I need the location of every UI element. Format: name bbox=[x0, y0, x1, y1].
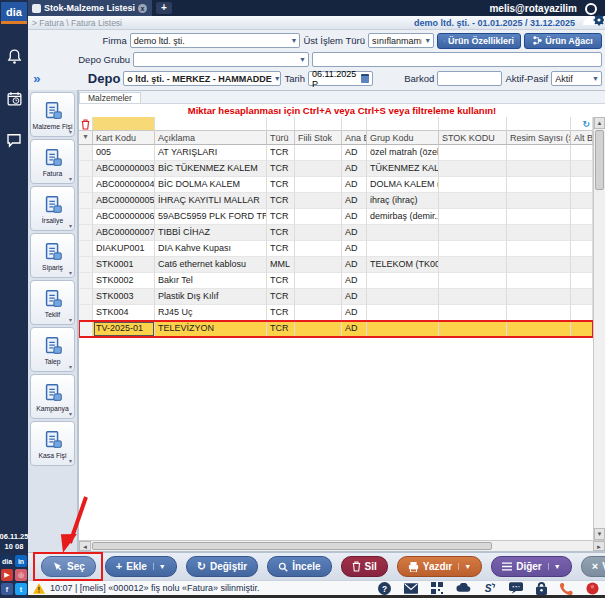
column-header[interactable]: STOK KODU bbox=[439, 131, 507, 145]
column-header[interactable]: Açıklama bbox=[155, 131, 267, 145]
filter-text-field[interactable] bbox=[312, 52, 602, 67]
qr-icon[interactable] bbox=[431, 582, 443, 594]
filter-kart-kodu[interactable] bbox=[93, 117, 155, 131]
table-row[interactable]: STK0001Cat6 ethernet kablosuMMLADTELEKOM… bbox=[79, 257, 593, 273]
table-row[interactable]: ABC00000003BİC TÜKENMEZ KALEMTCRADTÜKENM… bbox=[79, 161, 593, 177]
dia-social-icon[interactable]: dia bbox=[1, 555, 13, 567]
user-avatar-gear-icon[interactable] bbox=[580, 1, 604, 31]
company-period: demo ltd. şti. - 01.01.2025 / 31.12.2025 bbox=[414, 18, 575, 28]
vertical-scroll-thumb[interactable] bbox=[595, 130, 604, 190]
panel-tab-malzemeler[interactable]: Malzemeler bbox=[79, 92, 141, 103]
sidebar-item-siparis[interactable]: Sipariş▾ bbox=[30, 233, 75, 278]
module-toolbar: Malzeme Fişi▾Fatura▾İrsaliye▾Sipariş▾Tek… bbox=[28, 90, 78, 552]
dia-logo[interactable]: dia bbox=[1, 2, 27, 24]
column-header[interactable]: Ana Bi bbox=[342, 131, 367, 145]
yazdir-button[interactable]: Yazdır▼ bbox=[397, 556, 482, 577]
scroll-right-icon[interactable]: ► bbox=[593, 541, 605, 551]
scroll-up-icon[interactable]: ▲ bbox=[594, 117, 605, 129]
sidebar-item-irsaliye[interactable]: İrsaliye▾ bbox=[30, 186, 75, 231]
clear-filter-trash-icon[interactable] bbox=[81, 119, 90, 130]
tarih-input[interactable]: 06.11.2025 P bbox=[308, 71, 373, 86]
sidebar-item-kasa-fisi[interactable]: Kasa Fişi▾ bbox=[30, 421, 75, 466]
table-row[interactable]: ABC0000000659ABC5959 PLK FORD TRANSİTTCR… bbox=[79, 209, 593, 225]
expand-chevron-icon[interactable]: » bbox=[28, 72, 46, 86]
sidebar-item-kampanya[interactable]: Kampanya▾ bbox=[30, 374, 75, 419]
table-row[interactable]: ABC00000004BİC DOLMA KALEMTCRADDOLMA KAL… bbox=[79, 177, 593, 193]
sidebar-item-teklif[interactable]: Teklif▾ bbox=[30, 280, 75, 325]
table-row[interactable]: 005AT YARIŞLARITCRADözel matrah (özel... bbox=[79, 145, 593, 161]
urun-ozellikleri-button[interactable]: Ürün Özellikleri bbox=[437, 33, 521, 49]
column-header[interactable]: Kart Kodu bbox=[93, 131, 155, 145]
refresh-icon[interactable]: ↻ bbox=[571, 117, 593, 131]
depo-select[interactable]: o ltd. şti. - MERKEZ - HAMMADDE▼ bbox=[123, 71, 281, 86]
action-bar: Seç +Ekle▼ ↻Değiştir İncele Sil Yazdır▼ bbox=[28, 552, 605, 580]
horizontal-scroll-thumb[interactable] bbox=[92, 542, 492, 550]
vazgec-button[interactable]: ×Vazgeç bbox=[581, 556, 605, 577]
new-tab-button[interactable]: + bbox=[156, 2, 172, 14]
chevron-down-icon: ▾ bbox=[69, 316, 72, 323]
phone-icon[interactable] bbox=[560, 582, 573, 595]
cloud-icon[interactable] bbox=[456, 583, 471, 593]
chevron-down-icon[interactable]: ▼ bbox=[548, 563, 561, 570]
table-row[interactable]: STK0003Plastik Dış KılıfTCRAD bbox=[79, 289, 593, 305]
column-header[interactable]: Alt Bi bbox=[571, 131, 593, 145]
quantity-warning: Miktar hesaplanması için Ctrl+A veya Ctr… bbox=[188, 105, 497, 116]
instagram-icon[interactable]: ◎ bbox=[15, 569, 27, 581]
linkedin-icon[interactable]: in bbox=[15, 555, 27, 567]
degistir-button[interactable]: ↻Değiştir bbox=[186, 556, 258, 577]
kasa-fisi-icon bbox=[42, 429, 64, 451]
printer-icon bbox=[408, 562, 419, 572]
twitter-icon[interactable]: t bbox=[15, 583, 27, 595]
aktif-pasif-select[interactable]: Aktif▼ bbox=[551, 71, 602, 86]
scroll-left-icon[interactable]: ◄ bbox=[79, 541, 91, 551]
table-row[interactable]: TV-2025-01TELEVİZYONTCRAD bbox=[79, 321, 593, 337]
list-icon bbox=[444, 37, 445, 45]
horizontal-scrollbar[interactable]: ◄ ► bbox=[79, 540, 605, 551]
facebook-icon[interactable]: f bbox=[1, 583, 13, 595]
youtube-icon[interactable]: ▶ bbox=[1, 569, 13, 581]
sec-button[interactable]: Seç bbox=[41, 556, 96, 577]
chevron-down-icon[interactable]: ▼ bbox=[153, 563, 166, 570]
tab-stok-malzeme-listesi[interactable]: Stok-Malzeme Listesi x bbox=[28, 0, 152, 16]
status-bar: 10:07 | [melis] «000012» fiş nolu «Fatur… bbox=[28, 580, 605, 598]
ust-islem-turu-select[interactable]: sınıflanmamış▼ bbox=[368, 33, 434, 48]
sidebar-item-malzeme-fisi[interactable]: Malzeme Fişi▾ bbox=[30, 92, 75, 137]
sidebar-item-talep[interactable]: Talep▾ bbox=[30, 327, 75, 372]
table-row[interactable]: ABC00000007TIBBİ CİHAZTCRAD bbox=[79, 225, 593, 241]
help-icon[interactable]: ? bbox=[378, 582, 391, 595]
tab-close-icon[interactable]: x bbox=[138, 4, 147, 13]
urun-agaci-button[interactable]: Ürün Ağacı bbox=[524, 33, 602, 49]
chat-icon[interactable] bbox=[4, 130, 24, 150]
sil-button[interactable]: Sil bbox=[341, 556, 388, 577]
diger-button[interactable]: Diğer▼ bbox=[491, 556, 572, 577]
filter-row[interactable]: ↻ bbox=[79, 117, 593, 131]
column-header[interactable]: Türü bbox=[267, 131, 295, 145]
ekle-button[interactable]: +Ekle▼ bbox=[105, 556, 177, 577]
calendar-icon[interactable] bbox=[4, 88, 24, 108]
messages-icon[interactable] bbox=[509, 582, 523, 594]
social-links: dia in ▶ ◎ f t bbox=[1, 555, 27, 595]
column-header[interactable]: Resim Sayısı (St bbox=[507, 131, 571, 145]
tarih-label: Tarih bbox=[284, 73, 305, 84]
table-row[interactable]: STK004RJ45 UçTCRAD bbox=[79, 305, 593, 321]
table-row[interactable]: ABC00000005İHRAÇ KAYITLI MALLARTCRADihra… bbox=[79, 193, 593, 209]
firma-select[interactable]: demo ltd. şti.▼ bbox=[130, 33, 301, 48]
table-row[interactable]: STK0002Bakır TelTCRAD bbox=[79, 273, 593, 289]
integrations-icon[interactable]: S bbox=[484, 582, 496, 595]
chevron-down-icon[interactable]: ▼ bbox=[458, 563, 471, 570]
barkod-input[interactable] bbox=[437, 71, 502, 86]
calendar-picker-icon[interactable] bbox=[361, 74, 369, 83]
vertical-scrollbar[interactable]: ▲ ▼ bbox=[593, 117, 605, 540]
record-icon[interactable] bbox=[586, 582, 599, 595]
depo-grubu-select[interactable]: ▼ bbox=[133, 52, 309, 67]
notifications-bell-icon[interactable] bbox=[4, 46, 24, 66]
incele-button[interactable]: İncele bbox=[267, 556, 331, 577]
table-header[interactable]: ▼Kart KoduAçıklamaTürüFiili StokAna BiGr… bbox=[79, 131, 593, 145]
lock-icon[interactable] bbox=[536, 582, 547, 595]
table-row[interactable]: DIAKUP001DIA Kahve KupasıTCRAD bbox=[79, 241, 593, 257]
sidebar-item-fatura[interactable]: Fatura▾ bbox=[30, 139, 75, 184]
scroll-down-icon[interactable]: ▼ bbox=[594, 528, 605, 540]
column-header[interactable]: Fiili Stok bbox=[295, 131, 342, 145]
column-header[interactable]: Grup Kodu bbox=[367, 131, 439, 145]
mail-icon[interactable] bbox=[404, 583, 418, 594]
